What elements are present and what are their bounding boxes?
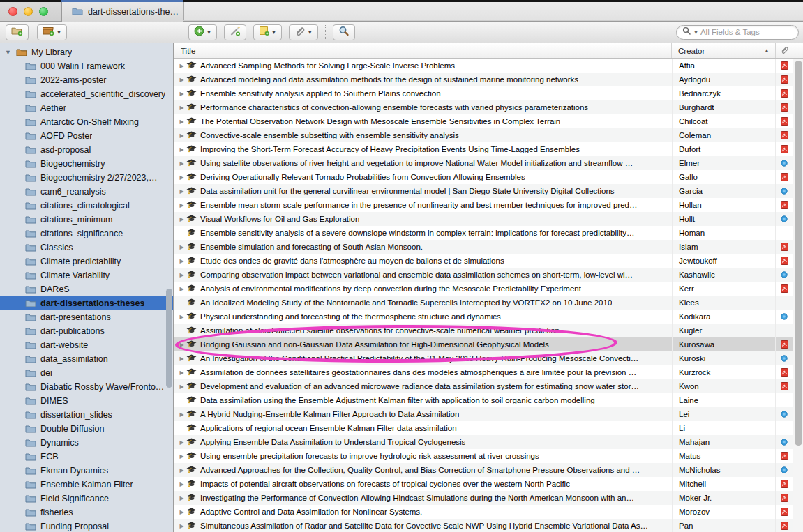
- zoom-window-button[interactable]: [39, 7, 48, 16]
- snapshot-attachment-icon[interactable]: [775, 463, 793, 477]
- pdf-attachment-icon[interactable]: [775, 240, 793, 254]
- expand-triangle-icon[interactable]: ▶: [177, 453, 186, 459]
- snapshot-attachment-icon[interactable]: [775, 310, 793, 324]
- snapshot-attachment-icon[interactable]: [775, 351, 793, 365]
- expand-triangle-icon[interactable]: ▶: [177, 495, 186, 501]
- sidebar-item-dart-publications[interactable]: dart-publications: [0, 324, 173, 338]
- sidebar-item-citations-climatological[interactable]: citations_climatological: [0, 199, 173, 213]
- snapshot-attachment-icon[interactable]: [775, 407, 793, 421]
- table-row[interactable]: Applications of regional ocean Ensemble …: [174, 421, 793, 435]
- search-input[interactable]: [700, 28, 784, 36]
- pdf-attachment-icon[interactable]: [775, 100, 793, 114]
- expand-triangle-icon[interactable]: ▶: [177, 202, 186, 208]
- add-attachment-button[interactable]: ▼: [289, 24, 318, 40]
- table-row[interactable]: Ensemble sensitivity analysis of a sever…: [174, 226, 793, 240]
- sidebar-item-asd-proposal[interactable]: asd-proposal: [0, 143, 173, 157]
- expand-triangle-icon[interactable]: ▶: [177, 132, 186, 139]
- expand-triangle-icon[interactable]: ▶: [177, 160, 186, 167]
- advanced-search-button[interactable]: [333, 24, 355, 40]
- pdf-attachment-icon[interactable]: [775, 477, 793, 491]
- sidebar-item-diabatic-rossby-wave-fronto[interactable]: Diabatic Rossby Wave/Fronto…: [0, 380, 173, 394]
- sidebar-item-citations-significance[interactable]: citations_significance: [0, 227, 173, 241]
- expand-triangle-icon[interactable]: ▶: [177, 509, 186, 515]
- items-scrollbar-thumb[interactable]: [795, 61, 802, 446]
- table-row[interactable]: ▶The Potential Observation Network Desig…: [174, 114, 793, 128]
- table-row[interactable]: Assimilation of cloud-affected satellite…: [174, 324, 793, 337]
- new-library-button[interactable]: ▼: [37, 24, 67, 40]
- expand-triangle-icon[interactable]: ▶: [177, 216, 186, 222]
- table-row[interactable]: ▶Assimilation de données satellitaires g…: [174, 365, 793, 379]
- sidebar-item-ekman-dynamics[interactable]: Ekman Dynamics: [0, 464, 173, 478]
- expand-triangle-icon[interactable]: ▶: [177, 77, 186, 83]
- pdf-attachment-icon[interactable]: [775, 337, 793, 351]
- table-row[interactable]: ▶Impacts of potential aircraft observati…: [174, 477, 793, 491]
- items-scrollbar[interactable]: [793, 59, 803, 532]
- expand-triangle-icon[interactable]: ▶: [177, 439, 186, 446]
- pdf-attachment-icon[interactable]: [775, 254, 793, 268]
- sidebar-item-dei[interactable]: dei: [0, 366, 173, 380]
- table-row[interactable]: Data assimilation using the Ensemble Adj…: [174, 393, 793, 407]
- table-row[interactable]: ▶Advanced modeling and data assimilation…: [174, 73, 793, 86]
- column-header-creator[interactable]: Creator ▲: [672, 43, 775, 58]
- table-row[interactable]: An Idealized Modeling Study of the Nonto…: [174, 296, 793, 310]
- pdf-attachment-icon[interactable]: [775, 86, 793, 100]
- sidebar-item-dart-website[interactable]: dart-website: [0, 338, 173, 352]
- expand-triangle-icon[interactable]: ▶: [177, 314, 186, 320]
- sidebar-item-funding-proposal[interactable]: Funding Proposal: [0, 519, 173, 532]
- snapshot-attachment-icon[interactable]: [775, 156, 793, 170]
- expand-triangle-icon[interactable]: ▶: [177, 119, 186, 125]
- sidebar-item-dart-presentations[interactable]: dart-presentations: [0, 310, 173, 324]
- pdf-attachment-icon[interactable]: [775, 142, 793, 156]
- sidebar-item-citations-minimum[interactable]: citations_minimum: [0, 213, 173, 227]
- expand-triangle-icon[interactable]: ▶: [177, 63, 186, 69]
- new-collection-button[interactable]: [6, 24, 29, 40]
- table-row[interactable]: ▶Comparing observation impact between va…: [174, 268, 793, 282]
- new-item-button[interactable]: ▼: [188, 24, 217, 40]
- pdf-attachment-icon[interactable]: [775, 73, 793, 86]
- snapshot-attachment-icon[interactable]: [775, 435, 793, 449]
- table-row[interactable]: ▶Deriving Operationally Relevant Tornado…: [174, 170, 793, 184]
- pdf-attachment-icon[interactable]: [775, 170, 793, 184]
- sidebar-item-antarctic-on-shelf-mixing[interactable]: Antarctic On-Shelf Mixing: [0, 115, 173, 129]
- pdf-attachment-icon[interactable]: [775, 379, 793, 393]
- sidebar-item-2022-ams-poster[interactable]: 2022-ams-poster: [0, 73, 173, 87]
- sidebar-scrollbar-thumb[interactable]: [166, 289, 172, 388]
- sidebar-item-dimes[interactable]: DIMES: [0, 394, 173, 408]
- expand-triangle-icon[interactable]: ▶: [177, 91, 186, 97]
- column-header-title[interactable]: Title: [174, 43, 672, 58]
- expand-triangle-icon[interactable]: ▶: [177, 286, 186, 292]
- table-row[interactable]: ▶Visual Workflows for Oil and Gas Explor…: [174, 212, 793, 226]
- expand-triangle-icon[interactable]: ▶: [177, 411, 186, 418]
- pdf-attachment-icon[interactable]: [775, 282, 793, 296]
- table-row[interactable]: ▶Simultaneous Assimilation of Radar and …: [174, 519, 793, 532]
- pdf-attachment-icon[interactable]: [775, 128, 793, 142]
- sidebar-item-dart-dissertations-theses[interactable]: dart-dissertations-theses: [0, 296, 173, 310]
- disclosure-triangle-icon[interactable]: ▼: [4, 49, 12, 56]
- expand-triangle-icon[interactable]: ▶: [177, 467, 186, 473]
- snapshot-attachment-icon[interactable]: [775, 184, 793, 198]
- sidebar-item-aether[interactable]: Aether: [0, 101, 173, 115]
- pdf-attachment-icon[interactable]: [775, 198, 793, 212]
- expand-triangle-icon[interactable]: ▶: [177, 174, 186, 181]
- sidebar-item-classics[interactable]: Classics: [0, 241, 173, 254]
- sidebar-item-data-assimilation[interactable]: data_assimilation: [0, 352, 173, 366]
- pdf-attachment-icon[interactable]: [775, 449, 793, 463]
- table-row[interactable]: ▶Investigating the Performance of Convec…: [174, 491, 793, 505]
- sidebar-item-accelerated-scientific-discovery[interactable]: accelerated_scientific_discovery: [0, 87, 173, 101]
- expand-triangle-icon[interactable]: ▶: [177, 523, 186, 529]
- table-row[interactable]: ▶Data assimilation unit for the general …: [174, 184, 793, 198]
- expand-triangle-icon[interactable]: ▶: [177, 342, 186, 348]
- new-note-button[interactable]: ▼: [253, 24, 282, 40]
- snapshot-attachment-icon[interactable]: [775, 268, 793, 282]
- table-row[interactable]: ▶Adaptive Control and Data Assimilation …: [174, 505, 793, 519]
- search-scope-chevron-icon[interactable]: ▼: [693, 30, 698, 35]
- expand-triangle-icon[interactable]: ▶: [177, 188, 186, 195]
- table-row[interactable]: ▶Development and evaluation of an advanc…: [174, 379, 793, 393]
- expand-triangle-icon[interactable]: ▶: [177, 258, 186, 264]
- table-row[interactable]: ▶Improving the Short-Term Forecast Accur…: [174, 142, 793, 156]
- expand-triangle-icon[interactable]: ▶: [177, 481, 186, 487]
- add-by-identifier-button[interactable]: [224, 24, 246, 40]
- table-row[interactable]: ▶Etude des ondes de gravité dans l'atmos…: [174, 254, 793, 268]
- sidebar-item-field-significance[interactable]: Field Significance: [0, 492, 173, 506]
- sidebar-item-cam6-reanalysis[interactable]: cam6_reanalysis: [0, 185, 173, 199]
